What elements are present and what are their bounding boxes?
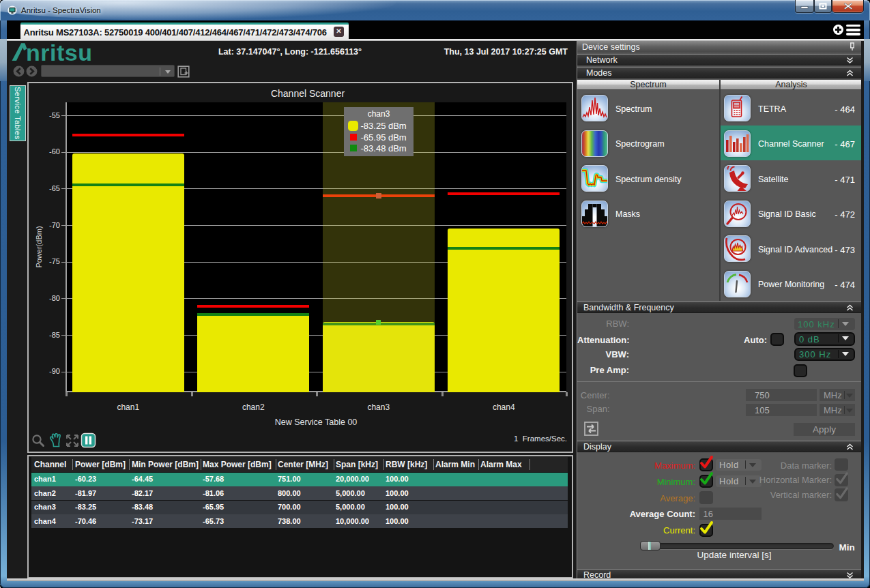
svg-text:nritsu: nritsu — [26, 41, 92, 63]
